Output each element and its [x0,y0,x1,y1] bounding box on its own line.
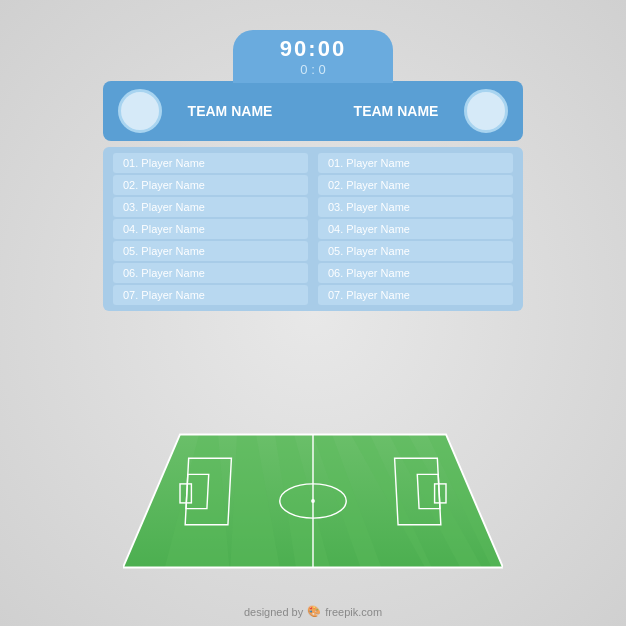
team-right-name: TEAM NAME [328,103,464,119]
svg-point-12 [311,499,315,503]
team-left-name: TEAM NAME [162,103,298,119]
player-left-4: 04. Player Name [113,219,308,239]
players-left-col: 01. Player Name02. Player Name03. Player… [113,153,308,305]
football-field [123,406,503,596]
player-right-1: 01. Player Name [318,153,513,173]
footer-icon: 🎨 [307,605,321,618]
player-left-6: 06. Player Name [113,263,308,283]
player-right-6: 06. Player Name [318,263,513,283]
player-right-4: 04. Player Name [318,219,513,239]
player-left-7: 07. Player Name [113,285,308,305]
players-table: 01. Player Name02. Player Name03. Player… [103,147,523,311]
player-right-7: 07. Player Name [318,285,513,305]
footer-designed-by: designed by [244,606,303,618]
player-left-2: 02. Player Name [113,175,308,195]
player-left-5: 05. Player Name [113,241,308,261]
team-right-logo [464,89,508,133]
team-left-logo [118,89,162,133]
team-bar: TEAM NAME TEAM NAME [103,81,523,141]
timer-display: 90:00 [280,36,346,62]
player-right-2: 02. Player Name [318,175,513,195]
field-wrapper [0,406,626,596]
scoreboard: 90:00 0 : 0 TEAM NAME TEAM NAME 01. Play… [103,30,523,311]
score-display: 0 : 0 [300,62,325,77]
footer: designed by 🎨 freepik.com [244,605,382,618]
players-right-col: 01. Player Name02. Player Name03. Player… [318,153,513,305]
timer-bar: 90:00 0 : 0 [233,30,393,83]
player-left-3: 03. Player Name [113,197,308,217]
player-left-1: 01. Player Name [113,153,308,173]
player-right-5: 05. Player Name [318,241,513,261]
player-right-3: 03. Player Name [318,197,513,217]
footer-brand: freepik.com [325,606,382,618]
